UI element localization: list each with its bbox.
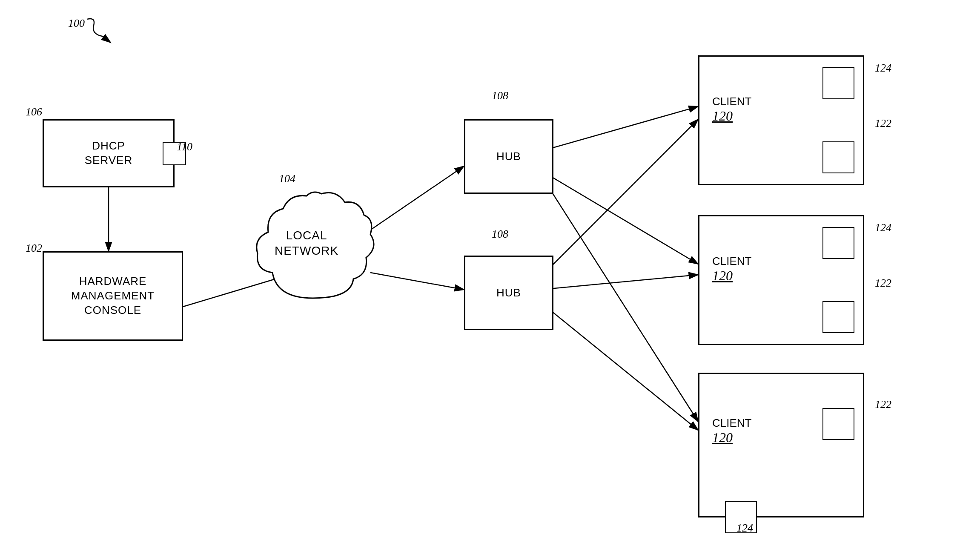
local-network-cloud: LOCAL NETWORK [251, 187, 375, 307]
client2-label: CLIENT 120 [712, 255, 751, 284]
client2-box: CLIENT 120 [698, 215, 864, 345]
client3-label: CLIENT 120 [712, 417, 751, 446]
dhcp-server-box: DHCP SERVER [43, 119, 175, 187]
network-ref: 104 [279, 172, 295, 185]
client1-port-bottom [822, 141, 854, 173]
client2-port-top-ref: 124 [875, 221, 891, 234]
hub2-ref: 108 [492, 228, 508, 241]
svg-line-5 [370, 273, 464, 290]
svg-line-10 [541, 275, 698, 290]
network-diagram: 100 DHCP SERVER 106 110 HARDWARE MANAGEM… [0, 0, 980, 549]
client3-port-right [822, 408, 854, 440]
hub2-box: HUB [464, 256, 553, 330]
network-label: LOCAL NETWORK [275, 228, 338, 259]
figure-ref-arrow [79, 15, 130, 49]
dhcp-label: DHCP SERVER [85, 139, 132, 168]
svg-line-8 [541, 175, 698, 422]
dhcp-ref: 106 [26, 106, 42, 118]
svg-line-6 [541, 106, 698, 151]
client1-port-top-ref: 124 [875, 62, 891, 75]
client3-box: CLIENT 120 [698, 373, 864, 517]
dhcp-port-ref: 110 [177, 141, 192, 153]
client3-port-bottom-ref: 124 [736, 522, 753, 535]
svg-line-11 [541, 302, 698, 430]
hub1-box: HUB [464, 119, 553, 194]
hmc-label: HARDWARE MANAGEMENT CONSOLE [71, 274, 155, 317]
hub1-label: HUB [496, 149, 521, 164]
hub2-label: HUB [496, 286, 521, 300]
client1-port-top [822, 67, 854, 99]
hmc-box: HARDWARE MANAGEMENT CONSOLE [43, 251, 183, 341]
client1-box: CLIENT 120 [698, 55, 864, 185]
svg-line-4 [370, 166, 464, 230]
client2-port-top [822, 227, 854, 259]
client1-port-bottom-ref: 122 [875, 117, 891, 130]
hub1-ref: 108 [492, 89, 508, 102]
svg-line-7 [541, 170, 698, 264]
client2-port-bottom [822, 301, 854, 333]
client2-port-bottom-ref: 122 [875, 277, 891, 290]
hmc-ref: 102 [26, 242, 42, 255]
client3-port-right-ref: 122 [875, 398, 891, 411]
client1-label: CLIENT 120 [712, 95, 751, 124]
svg-line-9 [541, 119, 698, 277]
